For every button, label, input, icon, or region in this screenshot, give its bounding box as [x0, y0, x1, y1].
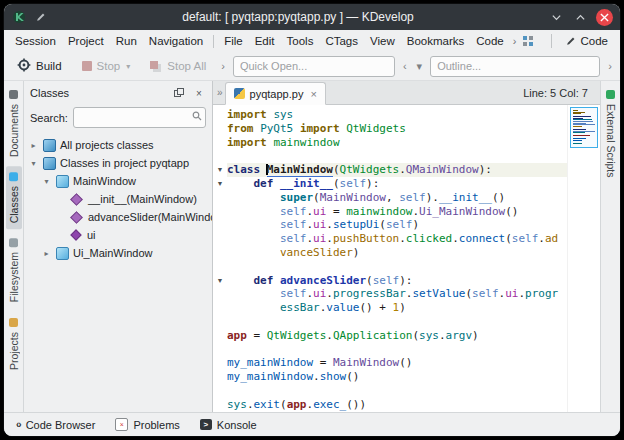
code-line-22: sys.exit(app.exec_())	[227, 398, 567, 412]
previous-item-button[interactable]: ‹	[401, 60, 409, 72]
code-browser-button[interactable]: ‹› Code Browser	[10, 418, 101, 432]
code-line-1: import sys	[227, 108, 567, 122]
code-token	[227, 191, 280, 204]
dock-tab-label: Documents	[8, 104, 20, 157]
code-token: import	[227, 108, 267, 121]
dock-tab-documents[interactable]: Documents	[6, 84, 22, 163]
titlebar[interactable]: default: [ pyqtapp:pyqtapp.py ] — KDevel…	[4, 4, 620, 30]
expander-icon[interactable]: ▾	[28, 159, 39, 168]
expander-icon[interactable]: ▸	[41, 249, 52, 258]
class-search-input[interactable]	[73, 107, 206, 128]
expander-icon[interactable]: ▾	[41, 177, 52, 186]
code-token: .	[326, 232, 333, 245]
code-area[interactable]: import sysfrom PyQt5 import QtWidgetsimp…	[227, 105, 567, 412]
menu-run[interactable]: Run	[110, 33, 143, 49]
code-token: ,	[386, 191, 399, 204]
menu-bookmarks[interactable]: Bookmarks	[401, 33, 471, 49]
tree-item-ui[interactable]: ui	[24, 226, 212, 244]
menu-tools[interactable]: Tools	[281, 33, 320, 49]
code-token: self	[472, 287, 499, 300]
close-icon	[600, 13, 609, 22]
fold-marker[interactable]: ▼	[213, 163, 227, 177]
minimize-button[interactable]	[548, 9, 565, 26]
tree-item-label: advanceSlider(MainWindow)	[88, 211, 212, 223]
stop-button[interactable]: Stop ▾	[75, 57, 138, 75]
menu-file[interactable]: File	[218, 33, 249, 49]
code-token: ).	[426, 191, 439, 204]
tabbar-scroll-icon[interactable]: »	[215, 87, 225, 98]
menu-code[interactable]: Code	[470, 33, 510, 49]
quick-open-input[interactable]	[233, 56, 395, 77]
gutter-line	[213, 191, 227, 205]
tree-item--init-mainwindow-[interactable]: __init__(MainWindow)	[24, 190, 212, 208]
tree-item-advanceslider-mainwindow-[interactable]: advanceSlider(MainWindow)	[24, 208, 212, 226]
code-token: .	[326, 329, 333, 342]
problems-button[interactable]: × Problems	[109, 417, 185, 432]
dock-tab-classes[interactable]: Classes	[6, 166, 22, 229]
minimap-lines	[573, 110, 595, 145]
code-mode-button[interactable]: Code	[558, 33, 616, 49]
code-line-14: self.ui.progressBar.setValue(self.ui.pro…	[227, 287, 567, 301]
problems-label: Problems	[133, 419, 179, 431]
session-pen-icon	[33, 10, 48, 25]
code-token: ())	[346, 398, 366, 411]
code-line-6: def __init__(self):	[227, 177, 567, 191]
code-token: argv	[446, 329, 473, 342]
code-token: (	[333, 177, 340, 190]
code-token: advanceSlider	[280, 274, 366, 287]
expander-icon[interactable]: ▸	[28, 141, 39, 150]
code-token: .	[538, 232, 545, 245]
close-panel-icon[interactable]: ×	[192, 88, 206, 99]
menubar-overflow-icon[interactable]: ›	[510, 35, 520, 47]
code-line-7: super(MainWindow, self).__init__()	[227, 191, 567, 205]
build-button[interactable]: Build	[10, 55, 69, 77]
code-token: ()	[505, 205, 518, 218]
code-token: =	[247, 329, 267, 342]
konsole-button[interactable]: > Konsole	[194, 418, 263, 432]
close-button[interactable]	[596, 9, 613, 26]
area-switcher-icon[interactable]	[519, 36, 537, 46]
code-token: app	[287, 398, 307, 411]
stop-dropdown-icon[interactable]: ▾	[126, 62, 130, 71]
code-token: )	[399, 301, 406, 314]
tree-item-classes-in-project-pyqtapp[interactable]: ▾Classes in project pyqtapp	[24, 154, 212, 172]
outline-input[interactable]	[430, 56, 600, 77]
gutter-line	[213, 108, 227, 122]
menu-project[interactable]: Project	[62, 33, 110, 49]
toolbar-overflow-chevron[interactable]: ›	[606, 60, 614, 72]
float-panel-icon[interactable]	[172, 88, 186, 98]
code-token	[293, 122, 300, 135]
minimap-line	[573, 126, 582, 127]
gutter-line	[213, 343, 227, 357]
menu-session[interactable]: Session	[9, 33, 62, 49]
code-mode-label: Code	[581, 35, 609, 47]
code-token: )	[353, 246, 360, 259]
tab-pyqtapp[interactable]: pyqtapp.py ×	[225, 82, 326, 105]
code-token: sys	[227, 398, 247, 411]
menu-ctags[interactable]: CTags	[319, 33, 364, 49]
code-token: (	[333, 163, 340, 176]
tree-item-mainwindow[interactable]: ▾MainWindow	[24, 172, 212, 190]
panel-title: Classes	[30, 87, 166, 99]
tree-item-all-projects-classes[interactable]: ▸All projects classes	[24, 136, 212, 154]
dock-tab-filesystem[interactable]: Filesystem	[6, 232, 22, 308]
menu-navigation[interactable]: Navigation	[143, 33, 209, 49]
fold-marker[interactable]: ▼	[213, 177, 227, 191]
minimap[interactable]	[567, 105, 600, 412]
tab-close-icon[interactable]: ×	[310, 88, 316, 100]
code-token: sys	[419, 329, 439, 342]
code-token: self	[280, 205, 307, 218]
history-dropdown-icon[interactable]: ▾	[415, 60, 425, 73]
menu-view[interactable]: View	[364, 33, 401, 49]
code-token: __init__	[280, 177, 333, 190]
maximize-button[interactable]	[572, 9, 589, 26]
code-line-3: import mainwindow	[227, 136, 567, 150]
tree-item-ui-mainwindow[interactable]: ▸Ui_MainWindow	[24, 244, 212, 262]
dock-tab-external-scripts[interactable]: External Scripts	[603, 84, 619, 184]
code-line-17: app = QtWidgets.QApplication(sys.argv)	[227, 329, 567, 343]
stop-all-button[interactable]: Stop All	[143, 57, 213, 75]
code-line-12	[227, 260, 567, 274]
fold-marker[interactable]: ▼	[213, 274, 227, 288]
menu-edit[interactable]: Edit	[249, 33, 281, 49]
dock-tab-projects[interactable]: Projects	[6, 312, 22, 376]
